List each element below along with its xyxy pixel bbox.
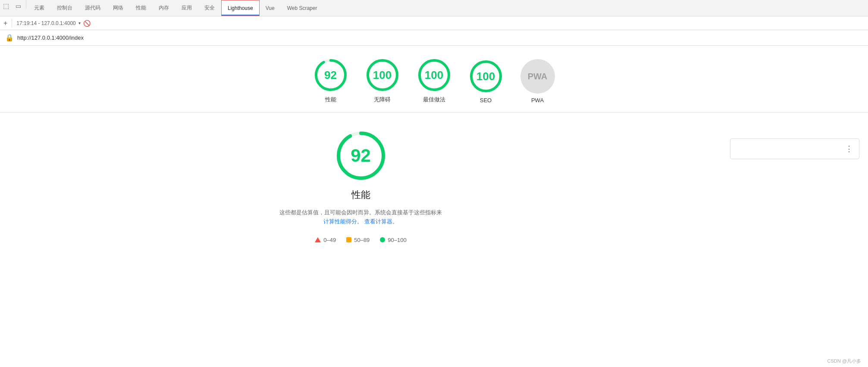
big-score-circle: 92 <box>335 130 387 182</box>
score-item-accessibility-small: 100 无障碍 <box>365 58 400 104</box>
devtools-tab-bar: ⬚ ▭ 元素 控制台 源代码 网络 性能 内存 应用 安全 Lighthouse… <box>0 0 868 16</box>
score-legend: 0–49 50–89 90–100 <box>315 237 406 243</box>
score-label-accessibility-small: 无障碍 <box>374 96 391 104</box>
tab-security[interactable]: 安全 <box>198 0 221 16</box>
legend-range-fail: 0–49 <box>323 237 336 243</box>
score-circle-performance-small: 92 <box>313 58 348 92</box>
score-value-seo-small: 100 <box>476 70 495 83</box>
three-dots-menu[interactable]: ⋮ <box>845 144 853 154</box>
tab-memory[interactable]: 内存 <box>153 0 175 16</box>
score-item-best-practices-small: 100 最佳做法 <box>417 58 451 104</box>
legend-range-average: 50–89 <box>354 237 370 243</box>
main-content: 92 性能 这些都是估算值，且可能会因时而异。系统会直接基于这些指标来计算性能得… <box>0 113 868 260</box>
session-dropdown-arrow[interactable]: ▾ <box>78 21 81 25</box>
tab-network[interactable]: 网络 <box>107 0 130 16</box>
score-circle-best-practices-small: 100 <box>417 58 451 92</box>
score-item-performance-small: 92 性能 <box>313 58 348 104</box>
main-right-panel: ⋮ <box>721 130 868 243</box>
pass-circle-icon <box>380 237 385 242</box>
session-timestamp: 17:19:14 - 127.0.0.1:4000 <box>16 20 75 26</box>
score-item-seo-small: 100 SEO <box>469 59 503 104</box>
lock-icon: 🔒 <box>5 34 14 42</box>
page-footer: CSDN @凡小多 <box>827 358 861 364</box>
tab-console[interactable]: 控制台 <box>51 0 79 16</box>
right-card: ⋮ <box>730 138 859 159</box>
legend-item-pass: 90–100 <box>380 237 406 243</box>
score-label-performance-small: 性能 <box>325 96 336 104</box>
score-strip: 92 性能 100 无障碍 100 最佳做法 <box>0 46 868 113</box>
tab-sources[interactable]: 源代码 <box>79 0 107 16</box>
score-circle-accessibility-small: 100 <box>365 58 400 92</box>
score-label-pwa-small: PWA <box>531 97 544 104</box>
secondary-toolbar: + 17:19:14 - 127.0.0.1:4000 ▾ 🚫 <box>0 16 868 30</box>
tab-performance[interactable]: 性能 <box>130 0 153 16</box>
description-text-2: 。 <box>357 218 363 225</box>
performance-description: 这些都是估算值，且可能会因时而异。系统会直接基于这些指标来计算性能得分。 查看计… <box>279 208 443 226</box>
score-circle-seo-small: 100 <box>469 59 503 94</box>
average-square-icon <box>346 237 351 242</box>
score-circle-pwa-small: PWA <box>520 59 555 94</box>
big-score-value: 92 <box>351 145 371 166</box>
tab-divider <box>26 0 26 9</box>
main-left-panel: 92 性能 这些都是估算值，且可能会因时而异。系统会直接基于这些指标来计算性能得… <box>0 130 721 243</box>
no-entry-icon[interactable]: 🚫 <box>83 20 91 27</box>
legend-range-pass: 90–100 <box>388 237 406 243</box>
add-session-button[interactable]: + <box>3 19 7 27</box>
score-item-pwa-small: PWA PWA <box>520 59 555 104</box>
tab-application[interactable]: 应用 <box>175 0 198 16</box>
score-value-accessibility-small: 100 <box>373 69 392 82</box>
device-icon[interactable]: ▭ <box>12 0 24 12</box>
tab-vue[interactable]: Vue <box>260 0 281 16</box>
tab-web-scraper[interactable]: Web Scraper <box>281 0 324 16</box>
score-value-pwa-small: PWA <box>528 72 548 82</box>
legend-item-average: 50–89 <box>346 237 370 243</box>
calc-score-link[interactable]: 计算性能得分 <box>323 218 357 225</box>
score-label-best-practices-small: 最佳做法 <box>423 96 445 104</box>
score-label-seo-small: SEO <box>480 97 492 104</box>
calc-link[interactable]: 查看计算器。 <box>364 218 398 225</box>
fail-triangle-icon <box>315 237 321 242</box>
section-title: 性能 <box>351 188 370 201</box>
secondary-divider <box>12 19 12 28</box>
tab-elements[interactable]: 元素 <box>28 0 51 16</box>
url-text: http://127.0.0.1:4000/index <box>17 35 84 41</box>
legend-item-fail: 0–49 <box>315 237 336 243</box>
score-value-best-practices-small: 100 <box>425 69 443 82</box>
url-bar: 🔒 http://127.0.0.1:4000/index <box>0 30 868 46</box>
description-text-1: 这些都是估算值，且可能会因时而异。系统会直接基于这些指标来 <box>279 209 442 216</box>
score-value-performance-small: 92 <box>324 69 337 82</box>
inspect-icon[interactable]: ⬚ <box>0 0 12 12</box>
tab-lighthouse[interactable]: Lighthouse <box>221 0 260 16</box>
footer-text: CSDN @凡小多 <box>827 358 861 364</box>
